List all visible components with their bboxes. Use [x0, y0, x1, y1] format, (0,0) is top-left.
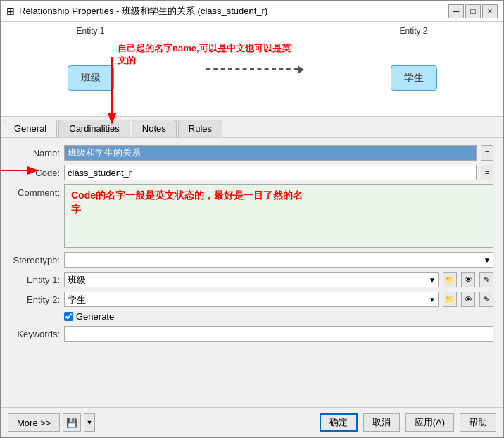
- keywords-label: Keywords:: [11, 329, 60, 339]
- entity1-view-icon: 👁: [465, 275, 472, 284]
- entity2-view-button[interactable]: 👁: [461, 292, 475, 307]
- dropdown-arrow-icon: ▼: [86, 419, 92, 426]
- name-menu-button[interactable]: =: [481, 145, 493, 161]
- maximize-button[interactable]: □: [465, 4, 481, 18]
- generate-label: Generate: [76, 311, 114, 322]
- title-bar-right: ─ □ ×: [448, 4, 498, 18]
- entity1-edit-icon: ✎: [484, 275, 490, 284]
- entity2-form-label: Entity 2:: [11, 294, 60, 305]
- entity2-section: Entity 2 学生: [324, 22, 503, 116]
- apply-button[interactable]: 应用(A): [405, 413, 454, 432]
- entity1-folder-icon: 📁: [445, 275, 455, 284]
- comment-row: Comment:: [11, 184, 493, 248]
- name-row: Name: =: [11, 145, 493, 161]
- confirm-button[interactable]: 确定: [320, 413, 358, 432]
- entity1-diagram: 班级: [68, 39, 114, 116]
- name-input[interactable]: [64, 145, 477, 161]
- entity2-header: Entity 2: [324, 22, 503, 39]
- stereotype-label: Stereotype:: [11, 255, 60, 265]
- tab-cardinalities[interactable]: Cardinalities: [58, 120, 130, 137]
- help-button[interactable]: 帮助: [460, 413, 496, 432]
- comment-label: Comment:: [11, 184, 60, 198]
- entity2-folder-icon: 📁: [445, 295, 455, 304]
- entity1-header: Entity 1: [1, 22, 180, 39]
- entity2-select-wrapper: 学生 ▼: [64, 292, 439, 307]
- entity1-section: Entity 1 班级: [1, 22, 180, 116]
- code-row: Code: =: [11, 165, 493, 180]
- code-label: Code:: [11, 168, 60, 178]
- stereotype-select[interactable]: [64, 252, 493, 268]
- keywords-row: Keywords:: [11, 326, 493, 342]
- close-button[interactable]: ×: [482, 4, 498, 18]
- entity1-row: Entity 1: 班级 ▼ 📁 👁 ✎: [11, 272, 493, 287]
- tab-notes[interactable]: Notes: [132, 120, 177, 137]
- entity2-view-icon: 👁: [465, 295, 472, 304]
- save-button[interactable]: 💾: [63, 413, 81, 432]
- stereotype-row: Stereotype: ▼: [11, 252, 493, 268]
- relationship-line: [180, 22, 324, 116]
- tab-general[interactable]: General: [4, 120, 57, 137]
- save-arrow-button[interactable]: ▼: [84, 413, 95, 432]
- generate-checkbox[interactable]: [64, 312, 73, 321]
- tab-rules[interactable]: Rules: [178, 120, 222, 137]
- entity1-box: 班级: [68, 65, 114, 91]
- entity1-edit-button[interactable]: ✎: [479, 272, 493, 287]
- entity2-diagram: 学生: [391, 39, 437, 116]
- keywords-input[interactable]: [64, 326, 493, 342]
- bottom-right: 确定 取消 应用(A) 帮助: [320, 413, 496, 432]
- save-icon: 💾: [66, 418, 77, 428]
- entity2-edit-button[interactable]: ✎: [479, 292, 493, 307]
- code-menu-button[interactable]: =: [481, 165, 493, 180]
- cancel-button[interactable]: 取消: [363, 413, 400, 432]
- comment-textarea[interactable]: [64, 184, 493, 248]
- tabs-wrapper: General Cardinalities Notes Rules 自己起的名字…: [1, 117, 503, 138]
- entity2-browse-button[interactable]: 📁: [443, 292, 457, 307]
- minimize-button[interactable]: ─: [448, 4, 464, 18]
- entity1-select-wrapper: 班级 ▼: [64, 272, 439, 287]
- entity2-box: 学生: [391, 65, 437, 91]
- window-title: Relationship Properties - 班级和学生的关系 (clas…: [19, 5, 267, 18]
- diagram-area: Entity 1 班级 Entity 2: [1, 22, 503, 116]
- generate-row: Generate: [64, 311, 493, 322]
- title-bar-left: ⊞ Relationship Properties - 班级和学生的关系 (cl…: [6, 5, 267, 18]
- bottom-left: More >> 💾 ▼: [8, 413, 95, 432]
- title-bar: ⊞ Relationship Properties - 班级和学生的关系 (cl…: [1, 1, 503, 22]
- entity2-row: Entity 2: 学生 ▼ 📁 👁 ✎: [11, 292, 493, 307]
- content-area: Name: = Code: = C: [1, 138, 503, 407]
- stereotype-select-wrapper: ▼: [64, 252, 493, 268]
- more-button[interactable]: More >>: [8, 413, 60, 432]
- entity1-select[interactable]: 班级: [64, 272, 439, 287]
- entity1-browse-button[interactable]: 📁: [443, 272, 457, 287]
- name-label: Name:: [11, 148, 60, 158]
- bottom-bar: More >> 💾 ▼ 确定 取消 应用(A) 帮助: [1, 407, 503, 437]
- tabs-container: General Cardinalities Notes Rules: [1, 117, 503, 138]
- entity2-select[interactable]: 学生: [64, 292, 439, 307]
- entity1-view-button[interactable]: 👁: [461, 272, 475, 287]
- code-input[interactable]: [64, 165, 477, 180]
- entity2-edit-icon: ✎: [484, 295, 490, 304]
- window-icon: ⊞: [6, 6, 15, 17]
- main-window: ⊞ Relationship Properties - 班级和学生的关系 (cl…: [0, 0, 504, 438]
- entity1-form-label: Entity 1:: [11, 275, 60, 285]
